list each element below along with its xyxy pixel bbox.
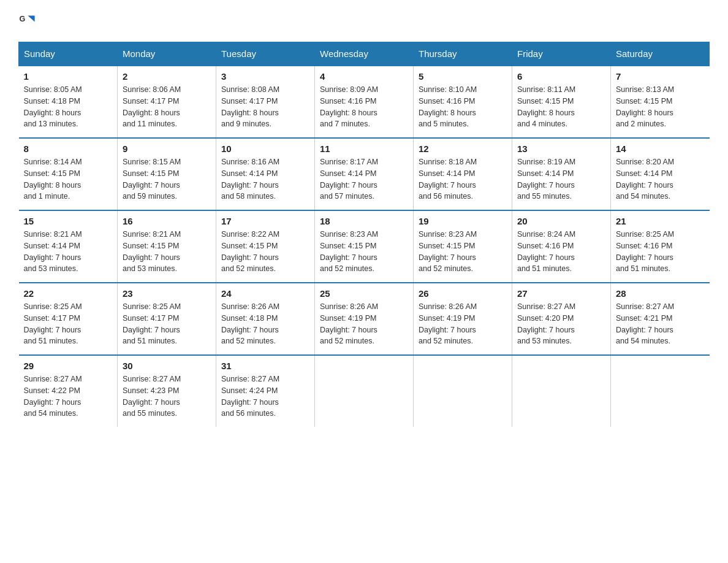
calendar-cell: 20Sunrise: 8:24 AM Sunset: 4:16 PM Dayli… [512,210,611,283]
calendar-cell [414,355,512,427]
calendar-cell: 23Sunrise: 8:25 AM Sunset: 4:17 PM Dayli… [118,283,216,355]
day-info: Sunrise: 8:17 AM Sunset: 4:14 PM Dayligh… [320,156,408,202]
day-info: Sunrise: 8:27 AM Sunset: 4:22 PM Dayligh… [24,373,113,419]
svg-text:G: G [19,15,25,23]
day-info: Sunrise: 8:09 AM Sunset: 4:16 PM Dayligh… [320,84,408,130]
day-number: 16 [123,216,211,226]
day-info: Sunrise: 8:25 AM Sunset: 4:17 PM Dayligh… [24,301,113,347]
header-day-saturday: Saturday [611,42,710,66]
day-info: Sunrise: 8:24 AM Sunset: 4:16 PM Dayligh… [517,229,605,275]
day-number: 24 [221,288,309,299]
calendar-cell [611,355,710,427]
day-number: 21 [616,216,705,226]
calendar-cell: 13Sunrise: 8:19 AM Sunset: 4:14 PM Dayli… [512,138,611,210]
calendar-cell: 4Sunrise: 8:09 AM Sunset: 4:16 PM Daylig… [315,66,414,138]
calendar-cell: 2Sunrise: 8:06 AM Sunset: 4:17 PM Daylig… [118,66,216,138]
day-number: 30 [123,361,211,371]
calendar-cell: 15Sunrise: 8:21 AM Sunset: 4:14 PM Dayli… [19,210,118,283]
day-number: 13 [517,144,605,154]
day-number: 29 [24,361,113,371]
day-info: Sunrise: 8:14 AM Sunset: 4:15 PM Dayligh… [24,156,113,202]
day-number: 6 [517,71,605,82]
week-row-4: 22Sunrise: 8:25 AM Sunset: 4:17 PM Dayli… [19,283,710,355]
calendar-cell: 17Sunrise: 8:22 AM Sunset: 4:15 PM Dayli… [216,210,315,283]
header-day-thursday: Thursday [414,42,512,66]
day-info: Sunrise: 8:19 AM Sunset: 4:14 PM Dayligh… [517,156,605,202]
day-info: Sunrise: 8:25 AM Sunset: 4:17 PM Dayligh… [123,301,211,347]
day-number: 19 [419,216,507,226]
day-number: 12 [419,144,507,154]
calendar-cell: 22Sunrise: 8:25 AM Sunset: 4:17 PM Dayli… [19,283,118,355]
day-number: 2 [123,71,211,82]
day-number: 28 [616,288,705,299]
calendar-header: SundayMondayTuesdayWednesdayThursdayFrid… [19,42,710,66]
header-day-sunday: Sunday [19,42,118,66]
day-info: Sunrise: 8:16 AM Sunset: 4:14 PM Dayligh… [221,156,309,202]
day-number: 15 [24,216,113,226]
calendar-cell: 14Sunrise: 8:20 AM Sunset: 4:14 PM Dayli… [611,138,710,210]
calendar-cell: 12Sunrise: 8:18 AM Sunset: 4:14 PM Dayli… [414,138,512,210]
day-number: 4 [320,71,408,82]
day-number: 1 [24,71,113,82]
day-info: Sunrise: 8:10 AM Sunset: 4:16 PM Dayligh… [419,84,507,130]
calendar-cell: 21Sunrise: 8:25 AM Sunset: 4:16 PM Dayli… [611,210,710,283]
day-info: Sunrise: 8:15 AM Sunset: 4:15 PM Dayligh… [123,156,211,202]
logo: G [18,12,37,29]
day-info: Sunrise: 8:06 AM Sunset: 4:17 PM Dayligh… [123,84,211,130]
day-number: 26 [419,288,507,299]
day-info: Sunrise: 8:21 AM Sunset: 4:14 PM Dayligh… [24,229,113,275]
week-row-5: 29Sunrise: 8:27 AM Sunset: 4:22 PM Dayli… [19,355,710,427]
day-number: 23 [123,288,211,299]
calendar-cell: 18Sunrise: 8:23 AM Sunset: 4:15 PM Dayli… [315,210,414,283]
header-day-tuesday: Tuesday [216,42,315,66]
day-number: 17 [221,216,309,226]
day-info: Sunrise: 8:23 AM Sunset: 4:15 PM Dayligh… [320,229,408,275]
calendar-cell: 24Sunrise: 8:26 AM Sunset: 4:18 PM Dayli… [216,283,315,355]
calendar-body: 1Sunrise: 8:05 AM Sunset: 4:18 PM Daylig… [19,66,710,427]
day-number: 8 [24,144,113,154]
calendar-cell: 10Sunrise: 8:16 AM Sunset: 4:14 PM Dayli… [216,138,315,210]
calendar-cell: 3Sunrise: 8:08 AM Sunset: 4:17 PM Daylig… [216,66,315,138]
day-info: Sunrise: 8:11 AM Sunset: 4:15 PM Dayligh… [517,84,605,130]
calendar-cell: 1Sunrise: 8:05 AM Sunset: 4:18 PM Daylig… [19,66,118,138]
calendar-cell: 30Sunrise: 8:27 AM Sunset: 4:23 PM Dayli… [118,355,216,427]
day-number: 18 [320,216,408,226]
day-info: Sunrise: 8:27 AM Sunset: 4:24 PM Dayligh… [221,373,309,419]
day-info: Sunrise: 8:13 AM Sunset: 4:15 PM Dayligh… [616,84,705,130]
day-number: 27 [517,288,605,299]
calendar-cell: 16Sunrise: 8:21 AM Sunset: 4:15 PM Dayli… [118,210,216,283]
day-info: Sunrise: 8:22 AM Sunset: 4:15 PM Dayligh… [221,229,309,275]
day-number: 7 [616,71,705,82]
day-info: Sunrise: 8:27 AM Sunset: 4:23 PM Dayligh… [123,373,211,419]
week-row-3: 15Sunrise: 8:21 AM Sunset: 4:14 PM Dayli… [19,210,710,283]
day-number: 25 [320,288,408,299]
page-header: G [18,12,710,29]
day-number: 3 [221,71,309,82]
day-number: 11 [320,144,408,154]
calendar-table: SundayMondayTuesdayWednesdayThursdayFrid… [18,42,710,427]
day-info: Sunrise: 8:20 AM Sunset: 4:14 PM Dayligh… [616,156,705,202]
logo-icon: G [18,12,36,29]
calendar-cell: 9Sunrise: 8:15 AM Sunset: 4:15 PM Daylig… [118,138,216,210]
day-info: Sunrise: 8:21 AM Sunset: 4:15 PM Dayligh… [123,229,211,275]
calendar-cell: 5Sunrise: 8:10 AM Sunset: 4:16 PM Daylig… [414,66,512,138]
calendar-cell [315,355,414,427]
calendar-cell: 31Sunrise: 8:27 AM Sunset: 4:24 PM Dayli… [216,355,315,427]
week-row-2: 8Sunrise: 8:14 AM Sunset: 4:15 PM Daylig… [19,138,710,210]
calendar-cell: 8Sunrise: 8:14 AM Sunset: 4:15 PM Daylig… [19,138,118,210]
day-number: 14 [616,144,705,154]
day-info: Sunrise: 8:05 AM Sunset: 4:18 PM Dayligh… [24,84,113,130]
day-info: Sunrise: 8:27 AM Sunset: 4:21 PM Dayligh… [616,301,705,347]
day-number: 31 [221,361,309,371]
calendar-cell: 11Sunrise: 8:17 AM Sunset: 4:14 PM Dayli… [315,138,414,210]
day-number: 9 [123,144,211,154]
calendar-cell: 19Sunrise: 8:23 AM Sunset: 4:15 PM Dayli… [414,210,512,283]
day-number: 20 [517,216,605,226]
header-day-wednesday: Wednesday [315,42,414,66]
day-info: Sunrise: 8:23 AM Sunset: 4:15 PM Dayligh… [419,229,507,275]
day-number: 10 [221,144,309,154]
day-info: Sunrise: 8:18 AM Sunset: 4:14 PM Dayligh… [419,156,507,202]
header-day-monday: Monday [118,42,216,66]
week-row-1: 1Sunrise: 8:05 AM Sunset: 4:18 PM Daylig… [19,66,710,138]
svg-marker-1 [28,16,34,22]
